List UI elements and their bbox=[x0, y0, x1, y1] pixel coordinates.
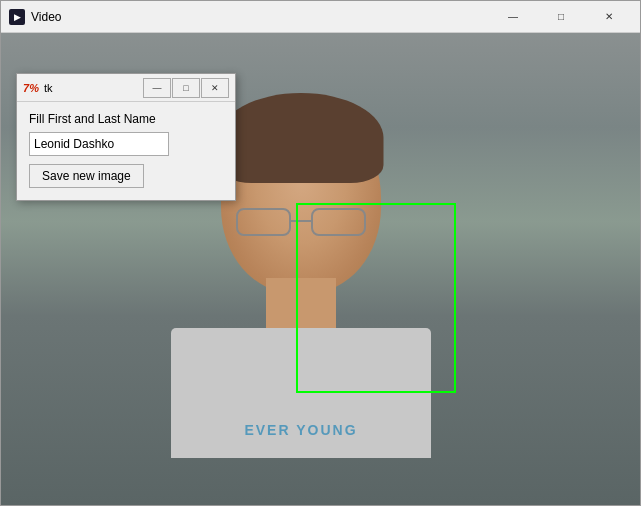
close-button[interactable]: ✕ bbox=[586, 1, 632, 33]
main-window: ▶ Video — □ ✕ EVER YOUNG bbox=[0, 0, 641, 506]
minimize-button[interactable]: — bbox=[490, 1, 536, 33]
person-hair bbox=[219, 93, 384, 183]
name-label: Fill First and Last Name bbox=[29, 112, 223, 126]
main-titlebar: ▶ Video — □ ✕ bbox=[1, 1, 640, 33]
shirt-text: EVER YOUNG bbox=[244, 422, 357, 438]
tk-title: tk bbox=[44, 82, 143, 94]
video-icon: ▶ bbox=[9, 9, 25, 25]
tk-close-button[interactable]: ✕ bbox=[201, 78, 229, 98]
face-detection-box bbox=[296, 203, 456, 393]
tk-content: Fill First and Last Name Save new image bbox=[17, 102, 235, 200]
tk-icon: 7% bbox=[23, 80, 39, 96]
tk-maximize-button[interactable]: □ bbox=[172, 78, 200, 98]
main-title: Video bbox=[31, 10, 490, 24]
main-window-controls: — □ ✕ bbox=[490, 1, 632, 33]
tk-window-controls: — □ ✕ bbox=[143, 78, 229, 98]
maximize-button[interactable]: □ bbox=[538, 1, 584, 33]
tk-dialog: 7% tk — □ ✕ Fill First and Last Name Sav… bbox=[16, 73, 236, 201]
glasses-left-lens bbox=[236, 208, 291, 236]
video-area: EVER YOUNG 7% tk — □ ✕ Fill First and La… bbox=[1, 33, 640, 505]
tk-minimize-button[interactable]: — bbox=[143, 78, 171, 98]
tk-titlebar: 7% tk — □ ✕ bbox=[17, 74, 235, 102]
name-input[interactable] bbox=[29, 132, 169, 156]
save-new-image-button[interactable]: Save new image bbox=[29, 164, 144, 188]
